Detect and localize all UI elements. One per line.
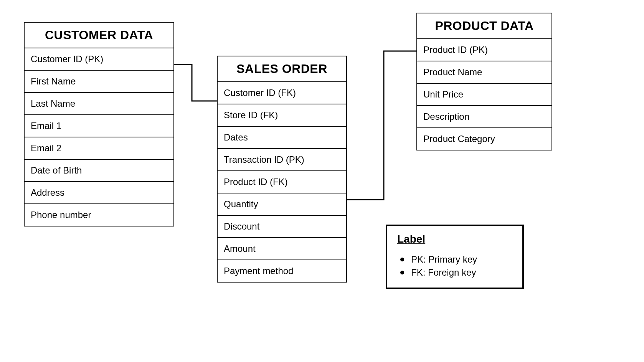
entity-field: Store ID (FK) [218, 104, 346, 127]
legend-title: Label [397, 233, 512, 245]
entity-field: Last Name [25, 93, 173, 115]
entity-field: Description [417, 106, 552, 128]
entity-field: Phone number [25, 204, 173, 226]
entity-field: Transaction ID (PK) [218, 149, 346, 171]
entity-field: Payment method [218, 260, 346, 282]
legend-item: PK: Primary key [411, 253, 512, 266]
entity-field: Product Name [417, 61, 552, 84]
legend-box: Label PK: Primary key FK: Foreign key [386, 225, 524, 289]
entity-field: Email 2 [25, 137, 173, 160]
entity-field: First Name [25, 71, 173, 93]
entity-field: Amount [218, 238, 346, 260]
entity-field: Product ID (FK) [218, 171, 346, 193]
entity-field: Email 1 [25, 115, 173, 137]
legend-item: FK: Foreign key [411, 266, 512, 279]
entity-product-data: PRODUCT DATA Product ID (PK) Product Nam… [416, 13, 552, 150]
entity-header-product: PRODUCT DATA [417, 13, 552, 39]
entity-sales-order: SALES ORDER Customer ID (FK) Store ID (F… [217, 56, 347, 283]
entity-field: Product Category [417, 128, 552, 150]
entity-field: Date of Birth [25, 160, 173, 182]
entity-header-sales: SALES ORDER [218, 56, 346, 82]
entity-field: Address [25, 182, 173, 204]
entity-field: Dates [218, 127, 346, 149]
entity-field: Discount [218, 216, 346, 238]
entity-field: Quantity [218, 193, 346, 216]
entity-field: Customer ID (PK) [25, 48, 173, 71]
entity-customer-data: CUSTOMER DATA Customer ID (PK) First Nam… [24, 22, 174, 226]
entity-field: Customer ID (FK) [218, 82, 346, 104]
entity-field: Product ID (PK) [417, 39, 552, 61]
entity-field: Unit Price [417, 84, 552, 106]
entity-header-customer: CUSTOMER DATA [25, 23, 173, 48]
